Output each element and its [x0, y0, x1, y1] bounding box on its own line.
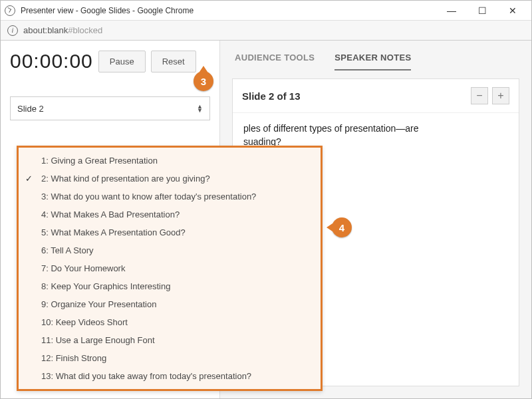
url-main: about:blank [23, 25, 68, 35]
checkmark-icon: ✓ [25, 174, 33, 184]
site-info-icon[interactable]: i [7, 25, 18, 36]
dropdown-item[interactable]: 13: What did you take away from today's … [19, 367, 321, 385]
tabs-row: AUDIENCE TOOLS SPEAKER NOTES [220, 41, 531, 70]
slide-dropdown-list[interactable]: 1: Giving a Great Presentation ✓2: What … [17, 146, 323, 391]
dropdown-item[interactable]: 6: Tell A Story [19, 241, 321, 259]
dropdown-item[interactable]: 3: What do you want to know after today'… [19, 188, 321, 205]
window-maximize-button[interactable]: ☐ [473, 3, 491, 18]
slide-dropdown-trigger[interactable]: Slide 2 ▲▼ [10, 96, 210, 120]
annotation-callout-4: 4 [332, 217, 352, 237]
annotation-callout-3: 3 [194, 71, 213, 91]
dropdown-item[interactable]: 11: Use a Large Enough Font [19, 331, 321, 349]
tab-audience-tools[interactable]: AUDIENCE TOOLS [235, 53, 315, 70]
zoom-in-button[interactable]: + [492, 87, 509, 104]
dropdown-item[interactable]: 1: Giving a Great Presentation [19, 152, 321, 170]
dropdown-item[interactable]: 5: What Makes A Presentation Good? [19, 223, 321, 241]
dropdown-item[interactable]: 12: Finish Strong [19, 349, 321, 367]
slide-dropdown-label: Slide 2 [17, 104, 44, 114]
window-minimize-button[interactable]: — [442, 3, 461, 18]
timer-row: 00:00:00 Pause Reset [10, 50, 210, 72]
dropdown-item[interactable]: 8: Keep Your Graphics Interesting [19, 277, 321, 295]
notes-slide-title: Slide 2 of 13 [242, 90, 301, 102]
address-bar[interactable]: i about:blank#blocked [1, 21, 531, 41]
dropdown-item[interactable]: 9: Organize Your Presentation [19, 295, 321, 313]
url-fragment: #blocked [68, 25, 102, 35]
window-controls: — ☐ ✕ [442, 3, 527, 18]
presenter-content: 00:00:00 Pause Reset Slide 2 ▲▼ AUDIENCE… [1, 41, 531, 398]
dropdown-item[interactable]: 10: Keep Videos Short [19, 313, 321, 331]
elapsed-timer: 00:00:00 [10, 50, 93, 72]
notes-header: Slide 2 of 13 − + [233, 79, 519, 113]
window-close-button[interactable]: ✕ [503, 3, 522, 18]
chrome-favicon-icon [5, 5, 15, 16]
dropdown-item[interactable]: 7: Do Your Homework [19, 259, 321, 277]
zoom-out-button[interactable]: − [471, 87, 488, 104]
browser-window: Presenter view - Google Slides - Google … [0, 0, 532, 399]
dropdown-item[interactable]: ✓2: What kind of presentation are you gi… [19, 170, 321, 188]
tab-speaker-notes[interactable]: SPEAKER NOTES [334, 53, 411, 70]
pause-button[interactable]: Pause [98, 51, 146, 72]
window-titlebar: Presenter view - Google Slides - Google … [1, 1, 531, 21]
zoom-controls: − + [471, 87, 509, 104]
window-title: Presenter view - Google Slides - Google … [21, 6, 442, 15]
dropdown-item[interactable]: 4: What Makes A Bad Presentation? [19, 205, 321, 223]
stepper-arrows-icon: ▲▼ [197, 104, 203, 112]
reset-button[interactable]: Reset [151, 51, 196, 72]
